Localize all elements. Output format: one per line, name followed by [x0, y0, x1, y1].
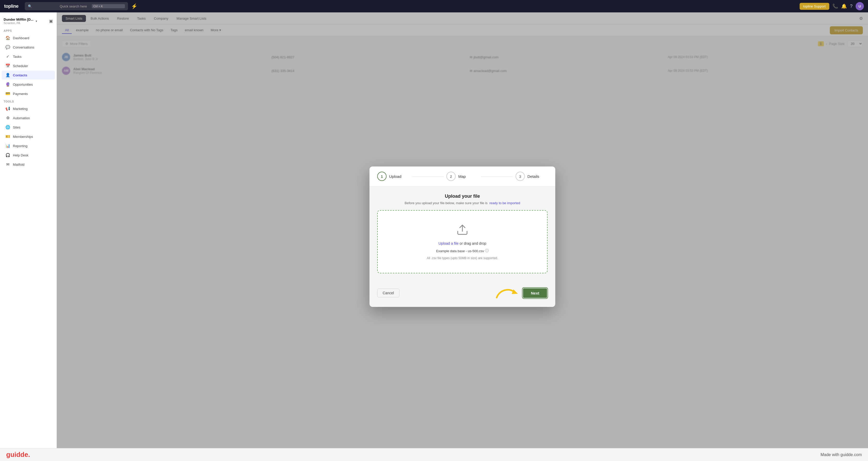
ready-to-import-link[interactable]: ready to be imported	[490, 201, 520, 205]
sidebar-item-conversations[interactable]: 💬 Conversations	[2, 43, 55, 52]
marketing-icon: 📢	[5, 106, 10, 111]
help-icon[interactable]: ?	[850, 4, 852, 9]
upload-hint: All .csv file types (upto 50MB in size) …	[427, 256, 498, 260]
sidebar-item-automation[interactable]: ⚙ Automation	[2, 114, 55, 122]
upload-format-info: Example data base - us-500.csv ⓘ	[436, 249, 489, 253]
sidebar-item-scheduler[interactable]: 📅 Scheduler	[2, 61, 55, 70]
sidebar-item-dashboard[interactable]: 🏠 Dashboard	[2, 34, 55, 42]
cancel-button[interactable]: Cancel	[377, 288, 399, 297]
modal-title: Upload your file	[377, 193, 548, 199]
sidebar: Dunder Mifflin [D... Scranton, PA ▾ ▣ Ap…	[0, 12, 57, 461]
mailfold-icon: ✉	[5, 162, 10, 167]
sidebar-item-tasks[interactable]: ✓ Tasks	[2, 52, 55, 61]
helpdesk-icon: 🎧	[5, 153, 10, 157]
import-modal: 1 Upload 2 Map 3	[370, 166, 555, 307]
search-shortcut: Ctrl + K	[92, 4, 125, 8]
step-3: 3 Details	[516, 172, 548, 181]
yellow-arrow-annotation	[494, 285, 520, 301]
step-2: 2 Map	[446, 172, 478, 181]
step-1-label: Upload	[389, 174, 402, 179]
step-divider-1	[412, 176, 444, 177]
reporting-icon: 📊	[5, 144, 10, 148]
workspace-location: Scranton, PA	[4, 22, 34, 25]
modal-footer: Cancel Next	[370, 281, 555, 307]
sidebar-label-marketing: Marketing	[13, 107, 28, 111]
sidebar-item-marketing[interactable]: 📢 Marketing	[2, 104, 55, 113]
layout-icon[interactable]: ▣	[49, 19, 53, 24]
made-with-text: Made with guidde.com	[820, 453, 862, 457]
step-1: 1 Upload	[377, 172, 409, 181]
sidebar-label-dashboard: Dashboard	[13, 36, 29, 40]
next-button[interactable]: Next	[523, 288, 548, 298]
upload-file-link[interactable]: Upload a file	[438, 241, 459, 245]
app-layout: Dunder Mifflin [D... Scranton, PA ▾ ▣ Ap…	[0, 0, 868, 461]
info-icon: ⓘ	[485, 249, 489, 253]
step-2-label: Map	[458, 174, 466, 179]
conversations-icon: 💬	[5, 45, 10, 50]
main-content: Smart Lists Bulk Actions Restore Tasks C…	[57, 12, 868, 461]
phone-icon[interactable]: 📞	[832, 3, 838, 9]
sidebar-label-opportunities: Opportunities	[13, 83, 33, 87]
sites-icon: 🌐	[5, 125, 10, 130]
workspace-name: Dunder Mifflin [D...	[4, 18, 34, 22]
step-1-circle: 1	[377, 172, 386, 181]
upload-icon	[456, 223, 469, 238]
app-logo: topline	[4, 4, 19, 9]
sidebar-item-memberships[interactable]: 🎫 Memberships	[2, 132, 55, 141]
sidebar-item-mailfold[interactable]: ✉ Mailfold	[2, 160, 55, 169]
sidebar-label-conversations: Conversations	[13, 45, 34, 49]
search-bar[interactable]: 🔍 Quick search here Ctrl + K	[25, 2, 128, 10]
automation-icon: ⚙	[5, 116, 10, 120]
tasks-icon: ✓	[5, 54, 10, 59]
file-drop-zone[interactable]: Upload a file or drag and drop Example d…	[377, 210, 548, 273]
lightning-icon[interactable]: ⚡	[131, 3, 137, 9]
step-3-label: Details	[527, 174, 539, 179]
search-placeholder: Quick search here	[60, 4, 90, 8]
top-navigation: topline 🔍 Quick search here Ctrl + K ⚡ t…	[0, 0, 868, 12]
sidebar-label-reporting: Reporting	[13, 144, 27, 148]
avatar[interactable]: U	[856, 2, 864, 10]
step-divider-2	[481, 176, 513, 177]
scheduler-icon: 📅	[5, 63, 10, 68]
sidebar-item-reporting[interactable]: 📊 Reporting	[2, 142, 55, 150]
arrow-svg	[494, 285, 520, 300]
support-button[interactable]: topline Support	[800, 3, 829, 10]
apps-section-label: Apps	[0, 28, 57, 33]
dashboard-icon: 🏠	[5, 36, 10, 40]
sidebar-label-payments: Payments	[13, 92, 28, 96]
upload-text: Upload a file or drag and drop	[438, 241, 486, 245]
guidde-logo-text: guidde.	[6, 451, 30, 458]
guidde-logo: guidde.	[6, 451, 30, 459]
sidebar-item-sites[interactable]: 🌐 Sites	[2, 123, 55, 132]
search-icon: 🔍	[28, 4, 58, 8]
sidebar-label-automation: Automation	[13, 116, 30, 120]
bell-icon[interactable]: 🔔	[841, 3, 847, 9]
modal-overlay: 1 Upload 2 Map 3	[57, 12, 868, 461]
sidebar-label-tasks: Tasks	[13, 55, 22, 59]
payments-icon: 💳	[5, 91, 10, 96]
opportunities-icon: 🔮	[5, 82, 10, 87]
sidebar-label-mailfold: Mailfold	[13, 163, 25, 166]
contacts-icon: 👤	[5, 73, 10, 78]
arrow-wrapper: Next	[494, 285, 548, 301]
sidebar-item-helpdesk[interactable]: 🎧 Help Desk	[2, 151, 55, 159]
modal-body: Upload your file Before you upload your …	[370, 186, 555, 281]
workspace-header: Dunder Mifflin [D... Scranton, PA ▾ ▣	[0, 16, 57, 28]
sidebar-item-contacts[interactable]: 👤 Contacts	[2, 71, 55, 80]
steps-header: 1 Upload 2 Map 3	[370, 166, 555, 186]
sidebar-label-sites: Sites	[13, 125, 20, 129]
step-3-circle: 3	[516, 172, 525, 181]
tools-section-label: Tools	[0, 98, 57, 104]
sidebar-label-memberships: Memberships	[13, 135, 33, 139]
modal-subtitle: Before you upload your file below, make …	[377, 201, 548, 205]
nav-right: topline Support 📞 🔔 ? U	[800, 2, 864, 10]
step-2-circle: 2	[446, 172, 456, 181]
bottom-bar: guidde. Made with guidde.com	[0, 448, 868, 461]
chevron-down-icon[interactable]: ▾	[36, 19, 37, 23]
sidebar-label-scheduler: Scheduler	[13, 64, 28, 68]
sidebar-item-payments[interactable]: 💳 Payments	[2, 89, 55, 98]
sidebar-label-helpdesk: Help Desk	[13, 153, 28, 157]
memberships-icon: 🎫	[5, 134, 10, 139]
sidebar-label-contacts: Contacts	[13, 73, 27, 77]
sidebar-item-opportunities[interactable]: 🔮 Opportunities	[2, 80, 55, 89]
